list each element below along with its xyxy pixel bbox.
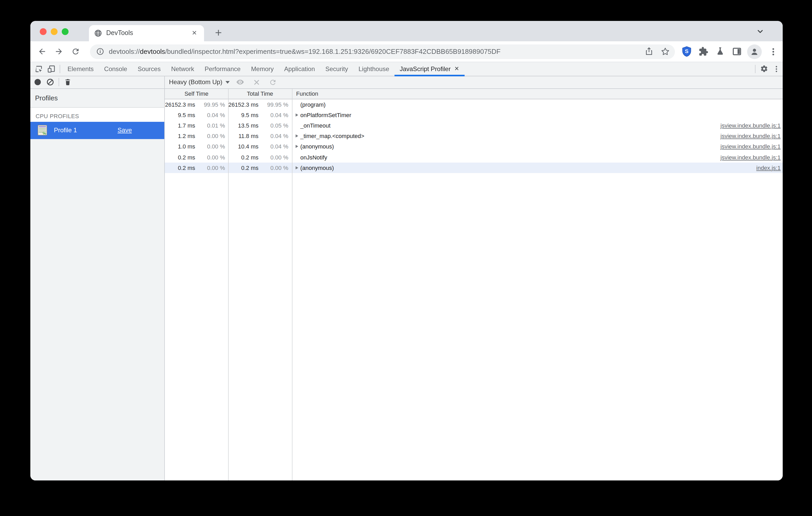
- column-divider[interactable]: [228, 89, 229, 481]
- expand-arrow-icon[interactable]: [296, 114, 300, 117]
- self-time-percent: 0.00 %: [195, 133, 227, 139]
- table-row[interactable]: 1.0 ms0.00 %10.4 ms0.04 %(anonymous)jsvi…: [165, 142, 783, 152]
- exclude-function-button[interactable]: [251, 76, 262, 88]
- restore-functions-button[interactable]: [267, 76, 278, 88]
- source-location-link[interactable]: jsview.index.bundle.js:1: [720, 122, 781, 129]
- function-name: (anonymous): [300, 144, 334, 150]
- tab-strip: DevTools ✕: [30, 21, 783, 41]
- column-header-total-time[interactable]: Total Time: [228, 90, 292, 97]
- source-location-link[interactable]: jsview.index.bundle.js:1: [720, 144, 781, 150]
- browser-tab[interactable]: DevTools ✕: [89, 25, 204, 41]
- macos-minimize-button[interactable]: [51, 28, 58, 35]
- table-row[interactable]: 0.2 ms0.00 %0.2 ms0.00 %(anonymous)index…: [165, 162, 783, 173]
- tab-sources[interactable]: Sources: [133, 62, 166, 75]
- column-header-function[interactable]: Function: [292, 90, 783, 97]
- source-location-link[interactable]: jsview.index.bundle.js:1: [720, 133, 781, 139]
- tab-close-icon[interactable]: ✕: [190, 29, 199, 38]
- extension-shield-icon[interactable]: S: [681, 46, 692, 57]
- function-cell: onJsNotifyjsview.index.bundle.js:1: [292, 154, 783, 160]
- table-row[interactable]: 1.7 ms0.01 %13.5 ms0.05 %_onTimeoutjsvie…: [165, 120, 783, 131]
- device-toolbar-button[interactable]: [45, 63, 58, 75]
- function-name: (program): [300, 101, 326, 108]
- chevron-down-icon: [757, 28, 764, 35]
- new-tab-button[interactable]: [211, 26, 225, 39]
- expand-arrow-icon[interactable]: [296, 145, 300, 148]
- tab-performance[interactable]: Performance: [199, 62, 245, 75]
- experiments-flask-icon[interactable]: [715, 46, 725, 57]
- macos-close-button[interactable]: [40, 28, 47, 35]
- kebab-menu-icon: [769, 47, 778, 56]
- inspect-cursor-icon: [34, 65, 43, 73]
- macos-zoom-button[interactable]: [62, 28, 68, 35]
- save-profile-link[interactable]: Save: [117, 127, 132, 134]
- table-row[interactable]: 0.2 ms0.00 %0.2 ms0.00 %onJsNotifyjsview…: [165, 152, 783, 162]
- browser-toolbar: devtools://devtools/bundled/inspector.ht…: [30, 41, 783, 62]
- tab-console[interactable]: Console: [99, 62, 133, 75]
- function-name: _onTimeout: [300, 122, 330, 129]
- function-name: onPlatformSetTimer: [300, 112, 351, 118]
- tab-network[interactable]: Network: [166, 62, 199, 75]
- site-info-icon[interactable]: [96, 48, 104, 55]
- total-time-ms: 13.5 ms: [228, 122, 258, 129]
- share-icon[interactable]: [645, 47, 654, 56]
- bookmark-star-icon[interactable]: [661, 47, 670, 56]
- total-time-percent: 0.00 %: [258, 164, 290, 171]
- url-text: devtools://devtools/bundled/inspector.ht…: [109, 48, 637, 55]
- inspect-element-button[interactable]: [32, 63, 45, 75]
- source-location-link[interactable]: index.js:1: [756, 164, 781, 171]
- table-row[interactable]: 9.5 ms0.04 %9.5 ms0.04 %onPlatformSetTim…: [165, 110, 783, 120]
- back-button[interactable]: [36, 45, 48, 58]
- total-time-cell: 11.8 ms0.04 %: [228, 133, 292, 139]
- total-time-percent: 0.00 %: [258, 154, 290, 160]
- devtools-menu-button[interactable]: [770, 63, 783, 75]
- devtools-tabbar-right: [753, 62, 783, 75]
- tab-close-icon[interactable]: ✕: [455, 66, 459, 72]
- profile-document-icon: %: [38, 125, 47, 136]
- total-time-percent: 0.04 %: [258, 133, 290, 139]
- tab-lighthouse[interactable]: Lighthouse: [353, 62, 394, 75]
- forward-button[interactable]: [52, 45, 65, 58]
- kebab-menu-icon: [773, 65, 780, 73]
- tab-application[interactable]: Application: [279, 62, 320, 75]
- screen: DevTools ✕: [0, 0, 812, 516]
- profiles-toolbar-left: [30, 76, 165, 88]
- side-panel-icon[interactable]: [731, 46, 742, 57]
- clear-all-profiles-button[interactable]: [44, 76, 57, 88]
- view-mode-select[interactable]: Heavy (Bottom Up): [169, 79, 230, 86]
- browser-window: DevTools ✕: [30, 21, 783, 481]
- column-divider[interactable]: [292, 89, 292, 481]
- profile-avatar[interactable]: [747, 44, 762, 59]
- expand-arrow-icon[interactable]: [296, 166, 300, 169]
- url-input[interactable]: devtools://devtools/bundled/inspector.ht…: [90, 44, 675, 59]
- svg-text:%: %: [42, 131, 46, 135]
- divider: [755, 65, 755, 73]
- focus-function-button[interactable]: [234, 76, 246, 88]
- self-time-percent: 0.01 %: [195, 122, 227, 129]
- table-row[interactable]: 1.2 ms0.00 %11.8 ms0.04 %_timer_map.<com…: [165, 131, 783, 141]
- tab-memory[interactable]: Memory: [246, 62, 279, 75]
- select-caret-icon: [226, 81, 230, 83]
- tab-label: Lighthouse: [358, 65, 389, 73]
- record-button[interactable]: [31, 76, 44, 88]
- svg-text:S: S: [685, 48, 688, 54]
- table-row[interactable]: 26152.3 ms99.95 %26152.3 ms99.95 %(progr…: [165, 99, 783, 110]
- tab-security[interactable]: Security: [320, 62, 353, 75]
- self-time-percent: 0.00 %: [195, 144, 227, 150]
- tab-search-button[interactable]: [753, 25, 767, 38]
- tab-javascript-profiler[interactable]: JavaScript Profiler✕: [395, 62, 464, 75]
- profile-item[interactable]: % Profile 1 Save: [30, 122, 164, 139]
- reload-button[interactable]: [69, 45, 82, 58]
- devtools-settings-button[interactable]: [758, 63, 770, 75]
- extensions-puzzle-icon[interactable]: [698, 46, 708, 57]
- browser-menu-button[interactable]: [768, 46, 779, 57]
- function-name: (anonymous): [300, 164, 334, 171]
- column-header-self-time[interactable]: Self Time: [165, 90, 228, 97]
- view-mode-label: Heavy (Bottom Up): [169, 79, 222, 86]
- self-time-cell: 1.7 ms0.01 %: [165, 122, 228, 129]
- expand-arrow-icon[interactable]: [296, 134, 300, 138]
- profiles-list: CPU PROFILES % Profile 1 Save: [30, 108, 164, 139]
- total-time-ms: 26152.3 ms: [228, 101, 258, 108]
- tab-elements[interactable]: Elements: [62, 62, 99, 75]
- source-location-link[interactable]: jsview.index.bundle.js:1: [720, 154, 781, 160]
- delete-profile-button[interactable]: [61, 76, 74, 88]
